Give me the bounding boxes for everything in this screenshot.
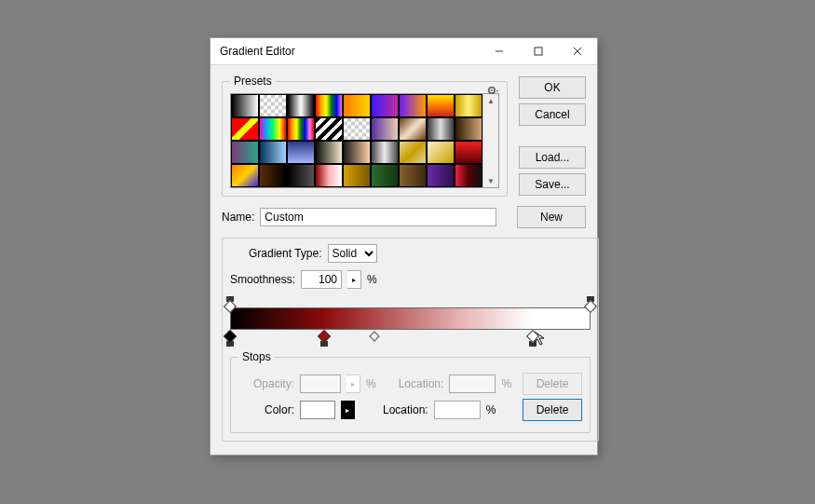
color-delete-button[interactable]: Delete (523, 399, 582, 421)
preset-swatch[interactable] (455, 141, 482, 164)
gradient-group: Gradient Type: SolidNoise Smoothness: ▸ … (222, 238, 599, 442)
stops-group: Stops Opacity: ▸ % Location: % Delete Co… (230, 350, 591, 433)
cancel-button[interactable]: Cancel (519, 103, 586, 126)
preset-swatch[interactable] (287, 164, 315, 187)
preset-swatch[interactable] (231, 117, 259, 141)
preset-swatch[interactable] (343, 141, 371, 164)
name-label: Name: (222, 211, 254, 224)
color-stop[interactable] (225, 330, 235, 341)
preset-swatch[interactable] (399, 164, 427, 187)
stops-legend: Stops (238, 350, 275, 363)
opacity-input (300, 375, 341, 393)
preset-swatch[interactable] (399, 141, 427, 164)
window-title: Gradient Editor (220, 45, 480, 58)
color-swatch[interactable] (300, 401, 335, 419)
preset-swatch[interactable] (343, 164, 371, 187)
preset-swatch[interactable] (427, 164, 455, 187)
smoothness-label: Smoothness: (230, 273, 295, 286)
preset-swatch[interactable] (315, 117, 343, 141)
preset-swatch[interactable] (259, 94, 287, 117)
preset-swatch[interactable] (343, 94, 371, 117)
color-flyout[interactable]: ▸ (341, 401, 355, 419)
smoothness-suffix: % (367, 273, 377, 286)
svg-point-5 (491, 89, 493, 91)
midpoint[interactable] (369, 331, 379, 341)
presets-legend: Presets (230, 75, 276, 88)
color-stop[interactable] (319, 330, 329, 341)
svg-rect-1 (535, 48, 542, 55)
name-input[interactable] (260, 208, 496, 226)
color-location-input[interactable] (434, 401, 481, 419)
preset-swatch[interactable] (343, 117, 371, 141)
preset-swatch[interactable] (315, 94, 343, 117)
preset-scrollbar[interactable]: ▲ ▼ (482, 94, 498, 187)
color-location-label: Location: (383, 403, 428, 416)
gear-icon[interactable] (486, 84, 499, 97)
preset-swatch[interactable] (315, 141, 343, 164)
preset-swatch[interactable] (427, 117, 455, 141)
gradient-editor-window: Gradient Editor Presets ▲ ▼ OK (210, 37, 598, 456)
preset-swatch[interactable] (399, 117, 427, 141)
opacity-pct: % (366, 377, 376, 390)
preset-grid[interactable] (231, 94, 482, 187)
color-stop[interactable] (528, 330, 537, 341)
preset-swatch[interactable] (371, 117, 399, 141)
opacity-delete-button: Delete (523, 373, 582, 395)
preset-swatch[interactable] (371, 94, 399, 117)
save-button[interactable]: Save... (519, 173, 586, 196)
color-label: Color: (238, 403, 294, 416)
smoothness-flyout[interactable]: ▸ (347, 270, 361, 289)
preset-swatch[interactable] (399, 94, 427, 117)
preset-swatch[interactable] (455, 164, 482, 187)
gradient-type-label: Gradient Type: (249, 247, 322, 260)
title-bar[interactable]: Gradient Editor (211, 38, 597, 65)
preset-swatch[interactable] (371, 141, 399, 164)
preset-swatch[interactable] (315, 164, 343, 187)
opacity-location-pct: % (501, 377, 511, 390)
gradient-bar[interactable] (230, 307, 591, 330)
ok-button[interactable]: OK (519, 76, 586, 99)
preset-swatch[interactable] (259, 164, 287, 187)
opacity-location-label: Location: (399, 377, 444, 390)
gradient-type-select[interactable]: SolidNoise (328, 244, 377, 263)
preset-swatch[interactable] (287, 94, 315, 117)
scroll-down-icon[interactable]: ▼ (483, 174, 498, 187)
preset-swatch[interactable] (259, 141, 287, 164)
opacity-location-input (449, 375, 496, 393)
smoothness-input[interactable] (301, 270, 342, 289)
opacity-flyout: ▸ (346, 375, 360, 393)
preset-swatch[interactable] (231, 94, 259, 117)
preset-swatch[interactable] (231, 141, 259, 164)
close-button[interactable] (558, 38, 597, 64)
preset-swatch[interactable] (231, 164, 259, 187)
maximize-button[interactable] (519, 38, 558, 64)
color-location-pct: % (486, 403, 496, 416)
preset-swatch[interactable] (455, 94, 482, 117)
preset-swatch[interactable] (259, 117, 287, 141)
preset-swatch[interactable] (427, 94, 455, 117)
preset-swatch[interactable] (455, 117, 482, 141)
preset-swatch[interactable] (371, 164, 399, 187)
opacity-stop[interactable] (586, 296, 595, 307)
preset-swatch[interactable] (287, 141, 315, 164)
opacity-label: Opacity: (238, 377, 294, 390)
color-stops-track[interactable] (230, 330, 591, 341)
load-button[interactable]: Load... (519, 146, 586, 169)
minimize-button[interactable] (480, 38, 519, 64)
new-button[interactable]: New (517, 206, 586, 228)
preset-swatch[interactable] (427, 141, 455, 164)
presets-group: Presets ▲ ▼ (222, 75, 508, 197)
opacity-stop[interactable] (225, 296, 235, 307)
preset-swatch[interactable] (287, 117, 315, 141)
opacity-stops-track[interactable] (230, 296, 591, 307)
